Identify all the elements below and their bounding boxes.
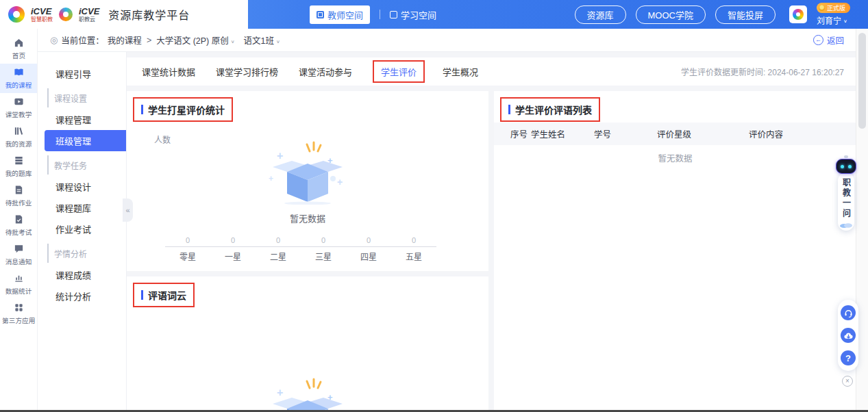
column-header-index: 序号	[510, 127, 531, 140]
nav-teacher-space[interactable]: 教师空间	[310, 5, 370, 24]
rail-label: 我的题库	[5, 168, 32, 178]
svg-text:+: +	[269, 174, 273, 183]
rail-item-classroom-teaching[interactable]: 课堂教学	[0, 93, 37, 123]
svg-text:+: +	[337, 177, 343, 188]
course-dropdown[interactable]: 大学语文 (2P) 原创	[156, 34, 234, 47]
class-dropdown[interactable]: 语文1班	[244, 34, 280, 47]
axis-label: 二星	[256, 247, 301, 262]
stack-icon	[14, 155, 24, 166]
play-video-icon	[14, 96, 24, 107]
assistant-label-pill: 职教一问	[838, 172, 854, 231]
sidebar-item-course-design[interactable]: 课程设计	[38, 176, 126, 197]
left-rail: 首页 我的课程 课堂教学 我的资源 我的题库 待批作业 待批考试 消息通知	[0, 29, 38, 410]
title-marker-bar	[141, 290, 143, 300]
rail-item-my-courses[interactable]: 我的课程	[0, 64, 37, 93]
axis-labels-row: 零星 一星 二星 三星 四星 五星	[165, 247, 436, 262]
tab-learning-ranking[interactable]: 课堂学习排行榜	[216, 65, 278, 78]
rail-label: 消息通知	[5, 257, 32, 266]
column-header-star-rating: 评价星级	[657, 127, 749, 140]
back-button[interactable]: 返回	[813, 34, 844, 47]
zhijiaoyun-flower-logo-icon	[59, 8, 73, 21]
username: 刘育宁	[817, 14, 847, 26]
top-header: iCVE 智慧职教 iCVE 职教云 资源库教学平台 教师空间 学习空间 资源库	[0, 0, 868, 29]
smart-cast-button[interactable]: 智能投屏	[715, 5, 776, 24]
sidebar-item-class-management[interactable]: 班级管理	[45, 130, 126, 151]
rail-item-notifications[interactable]: 消息通知	[0, 240, 37, 270]
back-label: 返回	[827, 34, 844, 47]
rail-item-my-resources[interactable]: 我的资源	[0, 123, 37, 152]
sidebar-item-course-management[interactable]: 课程管理	[38, 109, 126, 130]
user-menu[interactable]: 正式版 刘育宁	[817, 3, 850, 26]
title-marker-bar	[508, 105, 510, 114]
empty-box-illustration: + +	[256, 373, 359, 410]
resource-library-button[interactable]: 资源库	[575, 5, 626, 24]
nav-student-space[interactable]: 学习空间	[390, 8, 436, 21]
axis-values-row: 0 0 0 0 0 0	[165, 236, 436, 246]
chevron-down-icon	[843, 16, 847, 25]
help-button[interactable]: ?	[841, 350, 856, 365]
word-cloud-title-annotation: 评语词云	[133, 283, 195, 307]
rail-item-exam-review[interactable]: 待批考试	[0, 211, 37, 240]
chevron-down-icon	[231, 36, 235, 45]
tab-student-overview[interactable]: 学生概况	[443, 65, 478, 78]
title-marker-bar	[141, 105, 143, 114]
ai-assistant-widget[interactable]: 职教一问	[836, 155, 856, 231]
course-sidebar: 课程引导 课程设置 课程管理 班级管理 教学任务 课程设计 课程题库 作业考试 …	[38, 52, 127, 410]
sidebar-item-homework-exam[interactable]: 作业考试	[38, 218, 126, 240]
svg-text:+: +	[277, 150, 283, 162]
sidebar-collapse-handle[interactable]	[123, 198, 133, 222]
rail-label: 第三方应用	[2, 316, 35, 325]
version-badge-label: 正式版	[827, 3, 845, 12]
back-arrow-icon	[813, 35, 823, 45]
comments-panel-title: 学生评价评语列表	[515, 103, 592, 116]
rail-item-question-bank[interactable]: 我的题库	[0, 152, 37, 181]
rail-label: 首页	[12, 51, 25, 60]
nav-student-label: 学习空间	[401, 8, 436, 21]
nav-teacher-label: 教师空间	[327, 8, 363, 21]
avatar-logo-icon	[793, 9, 804, 20]
column-header-student-name: 学生姓名	[531, 127, 594, 140]
scrollbar-thumb[interactable]	[858, 33, 866, 129]
header-nav: 教师空间 学习空间	[310, 0, 436, 29]
comments-table-header: 序号 学生姓名 学号 评价星级 评价内容	[494, 123, 856, 145]
homework-doc-icon	[14, 185, 24, 195]
username-label: 刘育宁	[817, 14, 841, 26]
rail-item-third-party-apps[interactable]: 第三方应用	[0, 299, 37, 329]
course-name: 大学语文 (2P) 原创	[156, 34, 229, 47]
download-button[interactable]	[841, 328, 856, 343]
robot-face-icon	[836, 159, 856, 174]
axis-label: 五星	[391, 247, 436, 262]
tab-activity-participation[interactable]: 课堂活动参与	[299, 65, 352, 78]
column-header-comment-content: 评价内容	[749, 127, 856, 140]
column-header-student-id: 学号	[594, 127, 657, 140]
location-icon	[50, 35, 58, 45]
logo-secondary-name: iCVE	[79, 7, 99, 16]
headset-icon	[843, 308, 854, 318]
customer-service-button[interactable]	[841, 305, 856, 320]
sidebar-item-course-guide[interactable]: 课程引导	[38, 63, 126, 84]
axis-value: 0	[165, 236, 210, 246]
zhijiaoyun-logo-text: iCVE 职教云	[79, 7, 99, 23]
user-avatar[interactable]	[789, 5, 807, 23]
logo-secondary-sub: 职教云	[79, 17, 99, 23]
home-icon	[14, 38, 24, 48]
chevron-down-icon	[276, 36, 280, 45]
empty-box-illustration: + + + +	[256, 136, 359, 207]
assistant-label: 职教一问	[841, 178, 852, 219]
bar-chart-icon	[14, 273, 24, 283]
sidebar-item-course-grades[interactable]: 课程成绩	[38, 264, 126, 285]
rail-label: 数据统计	[5, 286, 32, 296]
close-toolbar-icon[interactable]	[842, 376, 853, 387]
tab-student-evaluation[interactable]: 学生评价	[373, 60, 425, 83]
class-name: 语文1班	[244, 34, 274, 47]
mooc-college-button[interactable]: MOOC学院	[636, 5, 706, 24]
sidebar-item-statistical-analysis[interactable]: 统计分析	[38, 285, 126, 307]
student-space-icon	[390, 11, 397, 18]
sidebar-item-course-question-bank[interactable]: 课程题库	[38, 197, 126, 218]
app-window: iCVE 智慧职教 iCVE 职教云 资源库教学平台 教师空间 学习空间 资源库	[0, 0, 868, 412]
rail-item-home[interactable]: 首页	[0, 34, 37, 64]
breadcrumb-root[interactable]: 我的课程	[108, 34, 142, 47]
tab-class-statistics[interactable]: 课堂统计数据	[142, 65, 195, 78]
rail-item-statistics[interactable]: 数据统计	[0, 270, 37, 299]
rail-item-homework-review[interactable]: 待批作业	[0, 181, 37, 211]
